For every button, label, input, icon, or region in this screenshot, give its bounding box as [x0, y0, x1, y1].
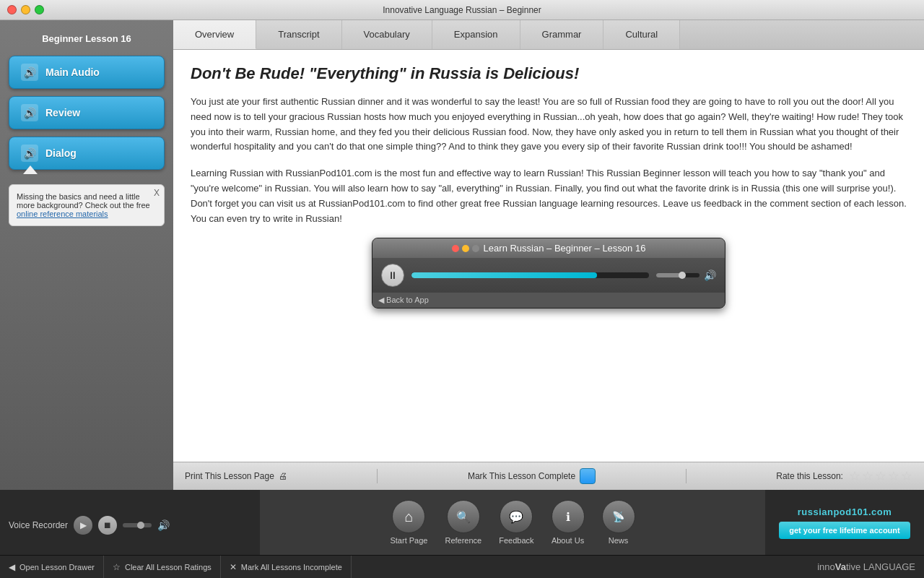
print-label: Print This Lesson Page [185, 471, 274, 481]
recorder-play-button[interactable]: ▶ [74, 516, 92, 535]
star-1[interactable]: ☆ [849, 468, 860, 484]
start-page-icon: ⌂ [392, 500, 425, 533]
russianpod-logo: russianpod101.com [798, 506, 892, 517]
audio-player-title-text: Learn Russian – Beginner – Lesson 16 [484, 243, 646, 254]
close-button[interactable] [7, 5, 17, 14]
speaker-icon-2: 🔊 [21, 104, 38, 121]
star-3[interactable]: ☆ [875, 468, 886, 484]
recorder-volume-track[interactable] [123, 523, 152, 527]
speaker-icon-3: 🔊 [21, 144, 38, 162]
back-to-app-label: ◀ Back to App [378, 296, 429, 305]
drawer-icon: ◀ [9, 562, 15, 572]
reference-icon: 🔍 [447, 500, 480, 533]
innovative-language-logo: innoVative LANGUAGE [817, 561, 915, 572]
complete-checkbox[interactable] [580, 468, 596, 484]
x-icon: ✕ [230, 562, 237, 572]
bottom-footer: ◀ Open Lesson Drawer ☆ Clear All Lesson … [0, 555, 924, 578]
nav-news[interactable]: 📡 News [602, 500, 635, 545]
app-body: Beginner Lesson 16 🔊 Main Audio 🔊 Review… [0, 20, 924, 578]
nav-feedback[interactable]: 💬 Feedback [499, 500, 533, 545]
player-close-dot[interactable] [452, 245, 459, 252]
recorder-stop-button[interactable]: ⏹ [98, 516, 117, 535]
footer-center-nav: ⌂ Start Page 🔍 Reference 💬 Feedback ℹ Ab… [260, 490, 765, 555]
tab-transcript[interactable]: Transcript [256, 20, 341, 49]
star-2[interactable]: ☆ [862, 468, 873, 484]
audio-player-container: Learn Russian – Beginner – Lesson 16 ⏸ [191, 238, 907, 309]
star-rating[interactable]: ☆ ☆ ☆ ☆ ☆ [849, 468, 912, 484]
start-page-label: Start Page [390, 536, 427, 545]
news-label: News [609, 536, 629, 545]
open-lesson-drawer[interactable]: ◀ Open Lesson Drawer [9, 556, 104, 578]
volume-track[interactable] [656, 273, 699, 277]
print-button[interactable]: Print This Lesson Page 🖨 [185, 471, 287, 481]
tab-overview[interactable]: Overview [173, 20, 256, 49]
main-audio-button[interactable]: 🔊 Main Audio [9, 56, 165, 89]
rate-section: Rate this Lesson: ☆ ☆ ☆ ☆ ☆ [776, 468, 912, 484]
mark-incomplete-action[interactable]: ✕ Mark All Lessons Incomplete [221, 556, 352, 578]
get-account-button[interactable]: get your free lifetime account [779, 522, 910, 539]
volume-icon: 🔊 [704, 269, 716, 281]
complete-label: Mark This Lesson Complete [468, 471, 575, 481]
sidebar-title: Beginner Lesson 16 [9, 29, 165, 48]
audio-player: Learn Russian – Beginner – Lesson 16 ⏸ [372, 238, 725, 309]
nav-about-us[interactable]: ℹ About Us [552, 500, 585, 545]
info-box-close[interactable]: X [154, 188, 160, 198]
mark-complete-button[interactable]: Mark This Lesson Complete [468, 468, 596, 484]
maximize-button[interactable] [35, 5, 44, 14]
divider-2 [686, 469, 687, 483]
lesson-paragraph-1: You just ate your first authentic Russia… [191, 95, 907, 155]
tab-grammar[interactable]: Grammar [520, 20, 604, 49]
news-icon: 📡 [602, 500, 635, 533]
recorder-volume-dot [137, 522, 144, 529]
star-5[interactable]: ☆ [901, 468, 912, 484]
footer-nav: Voice Recorder ▶ ⏹ 🔊 ⌂ Start Page 🔍 Refe… [0, 490, 924, 555]
tab-cultural[interactable]: Cultural [603, 20, 680, 49]
volume-handle[interactable] [679, 272, 686, 279]
audio-controls: ⏸ 🔊 [372, 258, 725, 293]
tab-bar: Overview Transcript Vocabulary Expansion… [173, 20, 924, 50]
tab-expansion[interactable]: Expansion [432, 20, 520, 49]
voice-recorder-section: Voice Recorder ▶ ⏹ 🔊 [0, 490, 260, 555]
lesson-content: Don't Be Rude! "Everything" in Russia is… [173, 50, 924, 462]
review-button[interactable]: 🔊 Review [9, 96, 165, 129]
nav-reference[interactable]: 🔍 Reference [445, 500, 481, 545]
minimize-button[interactable] [21, 5, 30, 14]
info-box: X Missing the basics and need a little m… [9, 184, 165, 226]
about-us-icon: ℹ [552, 500, 585, 533]
player-maximize-dot[interactable] [472, 245, 479, 252]
speaker-icon: 🔊 [21, 64, 38, 81]
lesson-title: Don't Be Rude! "Everything" in Russia is… [191, 64, 907, 83]
feedback-icon: 💬 [500, 500, 533, 533]
lesson-paragraph-2: Learning Russian with RussianPod101.com … [191, 166, 907, 226]
player-minimize-dot[interactable] [462, 245, 469, 252]
feedback-label: Feedback [499, 536, 533, 545]
star-clear-icon: ☆ [113, 562, 121, 572]
nav-start-page[interactable]: ⌂ Start Page [390, 500, 427, 545]
recorder-volume-icon: 🔊 [157, 519, 170, 531]
about-us-label: About Us [552, 536, 584, 545]
voice-recorder-controls: Voice Recorder ▶ ⏹ 🔊 [9, 510, 251, 535]
voice-recorder-label: Voice Recorder [9, 520, 68, 530]
window-title: Innovative Language Russian – Beginner [383, 5, 541, 15]
info-box-triangle [23, 165, 38, 174]
back-to-app-footer[interactable]: ◀ Back to App [372, 293, 725, 308]
divider-1 [377, 469, 378, 483]
audio-player-title-bar: Learn Russian – Beginner – Lesson 16 [372, 238, 725, 258]
tab-vocabulary[interactable]: Vocabulary [342, 20, 432, 49]
reference-label: Reference [445, 536, 481, 545]
progress-bar-container [411, 272, 649, 278]
title-bar: Innovative Language Russian – Beginner [0, 0, 924, 20]
progress-fill [411, 272, 597, 278]
star-4[interactable]: ☆ [888, 468, 899, 484]
player-dots [452, 245, 479, 252]
bottom-bar: Print This Lesson Page 🖨 Mark This Lesso… [173, 462, 924, 490]
progress-track[interactable] [411, 272, 649, 278]
play-pause-button[interactable]: ⏸ [381, 264, 404, 287]
window-controls[interactable] [7, 5, 44, 14]
main-area: Beginner Lesson 16 🔊 Main Audio 🔊 Review… [0, 20, 924, 490]
printer-icon: 🖨 [279, 471, 287, 481]
rate-label: Rate this Lesson: [776, 471, 843, 481]
clear-ratings-action[interactable]: ☆ Clear All Lesson Ratings [104, 556, 221, 578]
volume-bar-container: 🔊 [656, 269, 716, 281]
reference-link[interactable]: online reference materials [17, 210, 108, 218]
